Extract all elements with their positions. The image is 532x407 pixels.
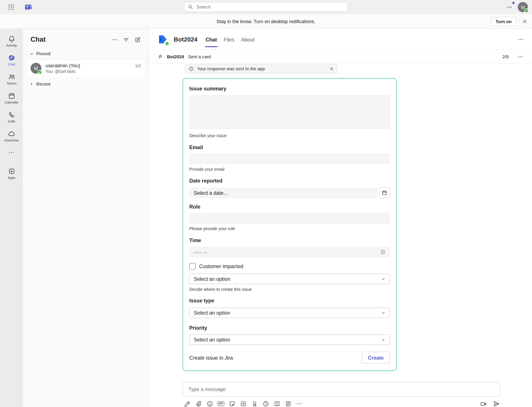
- rail-item-calls[interactable]: Calls: [0, 108, 23, 127]
- tab-files[interactable]: Files: [220, 29, 238, 50]
- rail-item-calendar[interactable]: Calendar: [0, 89, 23, 108]
- chat-list-item-useradmin[interactable]: U useradmin (You) 1/2 You: @Get bots: [26, 60, 145, 77]
- chat-icon: [8, 54, 15, 61]
- search-input[interactable]: [196, 4, 344, 10]
- rail-item-onedrive[interactable]: OneDrive: [0, 127, 23, 146]
- rail-item-label: Calls: [8, 119, 15, 123]
- avatar-initial: U: [521, 5, 524, 10]
- people-icon: [8, 73, 15, 80]
- new-chat-icon[interactable]: [135, 37, 141, 43]
- create-button[interactable]: Create: [362, 352, 390, 364]
- where-hint: Decide where to create this issue: [189, 287, 390, 292]
- customer-impacted-label: Customer impacted: [199, 264, 243, 269]
- avatar: U: [31, 63, 41, 74]
- issue-type-dropdown[interactable]: Select an option: [189, 308, 390, 318]
- top-bar: U: [0, 0, 532, 14]
- message-input[interactable]: [188, 386, 495, 393]
- pinned-action: Sent a card: [188, 54, 211, 59]
- pinned-message-bar[interactable]: Bot2024 Sent a card 2/9: [149, 50, 532, 63]
- section-pinned[interactable]: Pinned: [23, 47, 148, 59]
- video-clip-icon[interactable]: [240, 400, 247, 407]
- calendar-picker-button[interactable]: [379, 187, 390, 198]
- priority-label: Priority: [189, 325, 390, 331]
- schedule-send-icon[interactable]: [262, 400, 269, 407]
- bot-verified-icon: [165, 41, 169, 46]
- presence-available-icon: [38, 70, 42, 74]
- chat-item-badge: 1/2: [135, 63, 141, 68]
- customer-impacted-row[interactable]: Customer impacted: [189, 263, 390, 270]
- meet-now-icon[interactable]: [480, 400, 487, 407]
- banner-close-icon[interactable]: [522, 19, 527, 24]
- time-input[interactable]: --:-- --: [189, 247, 390, 257]
- chevron-right-icon: [30, 83, 33, 86]
- issue-summary-hint: Describe your issue: [189, 133, 390, 138]
- message-input-box[interactable]: [182, 382, 500, 397]
- where-dropdown[interactable]: Select an option: [189, 274, 390, 284]
- turn-on-button[interactable]: Turn on: [491, 17, 516, 26]
- search-icon: [188, 4, 193, 9]
- praise-icon[interactable]: [251, 400, 258, 407]
- conversation-pane: Bot2024 Chat Files About: [149, 29, 532, 407]
- issue-type-label: Issue type: [189, 298, 390, 304]
- bell-icon: [8, 35, 15, 42]
- priority-dropdown[interactable]: Select an option: [189, 334, 390, 345]
- cloud-icon: [8, 130, 15, 137]
- gif-icon[interactable]: GIF: [217, 400, 224, 407]
- filter-icon[interactable]: [123, 37, 129, 43]
- pinned-count: 2/9: [502, 54, 509, 59]
- response-toast: Your response was sent to the app: [185, 64, 338, 73]
- email-label: Email: [189, 144, 390, 150]
- compose-more-icon[interactable]: [296, 400, 303, 407]
- section-recent[interactable]: Recent: [23, 78, 148, 89]
- rail-more-apps-icon[interactable]: [0, 146, 23, 159]
- tab-chat[interactable]: Chat: [202, 29, 220, 50]
- avatar-initial: U: [34, 65, 38, 71]
- emoji-icon[interactable]: [206, 400, 213, 407]
- format-icon[interactable]: [184, 400, 191, 407]
- card-footer-text: Create issue in Jira: [189, 355, 233, 360]
- chevron-down-icon: [381, 337, 385, 342]
- sticker-icon[interactable]: [229, 400, 235, 407]
- conversation-more-icon[interactable]: [518, 36, 524, 42]
- toast-text: Your response was sent to the app: [197, 66, 265, 71]
- message-area: Your response was sent to the app Issue …: [149, 63, 532, 377]
- presence-available-icon: [524, 8, 529, 13]
- rail-item-label: Teams: [7, 81, 16, 85]
- onenote-icon[interactable]: [285, 400, 291, 407]
- chat-list-more-icon[interactable]: [112, 37, 118, 43]
- calendar-icon: [8, 92, 15, 99]
- rail-item-chat[interactable]: Chat: [0, 51, 23, 70]
- attach-icon[interactable]: [195, 400, 202, 407]
- customer-impacted-checkbox[interactable]: [189, 263, 196, 270]
- rail-item-label: Activity: [6, 43, 17, 47]
- toast-close-icon[interactable]: [330, 67, 334, 71]
- rail-item-activity[interactable]: Activity: [0, 32, 23, 51]
- more-options-icon[interactable]: [506, 4, 512, 10]
- section-recent-label: Recent: [36, 82, 50, 87]
- global-search[interactable]: [184, 2, 348, 12]
- rail-item-label: Apps: [8, 176, 15, 180]
- chat-list-panel: Chat: [23, 29, 149, 407]
- user-avatar[interactable]: U: [518, 2, 528, 12]
- tab-about[interactable]: About: [238, 29, 258, 50]
- role-input[interactable]: [189, 213, 390, 223]
- app-launcher-icon[interactable]: [8, 4, 14, 10]
- phone-icon: [8, 111, 15, 118]
- clock-icon: [380, 250, 385, 255]
- role-hint: Please provide your role: [189, 227, 390, 231]
- app-rail: Activity Chat: [0, 29, 23, 407]
- send-icon[interactable]: [493, 400, 500, 407]
- rail-item-teams[interactable]: Teams: [0, 70, 23, 89]
- chevron-down-icon: [30, 52, 33, 56]
- notifications-banner: Stay in the know. Turn on desktop notifi…: [0, 14, 532, 29]
- issue-summary-textarea[interactable]: [189, 95, 390, 129]
- apps-icon: [8, 167, 15, 175]
- chat-item-preview: You: @Get bots: [45, 69, 141, 74]
- date-reported-label: Date reported: [189, 178, 390, 184]
- pinned-more-icon[interactable]: [517, 54, 523, 59]
- viva-learning-icon[interactable]: [273, 400, 280, 407]
- date-input[interactable]: Select a date...: [189, 188, 377, 198]
- email-input[interactable]: [189, 154, 390, 164]
- rail-item-apps[interactable]: Apps: [0, 164, 23, 183]
- compose-toolbar: GIF: [182, 397, 500, 407]
